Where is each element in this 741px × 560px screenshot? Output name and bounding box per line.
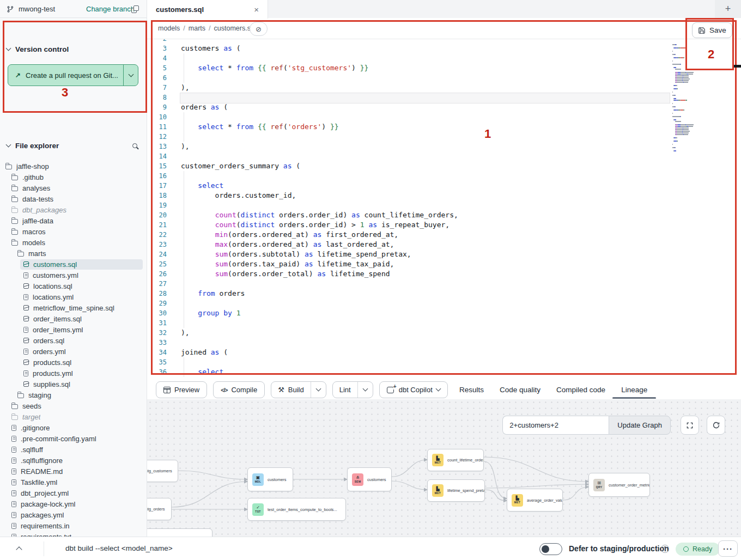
compile-button[interactable]: </> Compile — [213, 381, 265, 398]
file-tree-item-data-tests[interactable]: data-tests — [0, 193, 147, 204]
file-tree-item-.sqlfluffignore[interactable]: .sqlfluffignore — [0, 455, 147, 466]
lineage-node-metric-lifetime-spend-pretax[interactable]: ▙METlifetime_spend_pretax — [427, 479, 485, 502]
copy-icon[interactable] — [131, 5, 138, 13]
file-tree-item-orders.sql[interactable]: orders.sql — [0, 335, 147, 346]
file-tree-item-.gitignore[interactable]: .gitignore — [0, 422, 147, 433]
file-tree-item-order_items.sql[interactable]: order_items.sql — [0, 313, 147, 324]
model-icon — [23, 316, 29, 321]
tab-results[interactable]: Results — [459, 386, 484, 394]
file-tree-item-.pre-commit-config.yaml[interactable]: .pre-commit-config.yaml — [0, 433, 147, 444]
node-label: test_order_items_compute_to_bools... — [268, 507, 337, 512]
lineage-node-partial-bottom[interactable] — [147, 528, 212, 537]
file-tree-item-target[interactable]: target — [0, 411, 147, 422]
divider — [44, 541, 44, 556]
file-tree-item-jaffle-shop[interactable]: jaffle-shop — [0, 161, 147, 172]
file-label: models — [22, 239, 45, 247]
ready-status-badge[interactable]: Ready — [676, 543, 720, 556]
file-tree-item-customers.yml[interactable]: customers.yml — [0, 270, 147, 281]
pr-button-dropdown[interactable] — [123, 65, 138, 86]
create-pull-request-main[interactable]: ↗ Create a pull request on Git... — [8, 65, 123, 86]
lint-dropdown[interactable] — [358, 382, 373, 398]
lineage-node-metric-count-lifetime-orders[interactable]: ▙METcount_lifetime_orders — [427, 449, 484, 471]
file-tree-item-.sqlfluff[interactable]: .sqlfluff — [0, 444, 147, 455]
file-tree-item-supplies.sql[interactable]: supplies.sql — [0, 379, 147, 389]
lineage-node-semantic-customers[interactable]: ⋔SEMcustomers — [347, 467, 392, 491]
build-label: Build — [288, 386, 304, 394]
file-label: customers.sql — [33, 260, 77, 269]
file-tree-item-customers.sql[interactable]: customers.sql — [0, 259, 147, 270]
doc-icon — [11, 512, 16, 518]
refresh-button[interactable] — [707, 416, 725, 435]
met-icon: ▙MET — [512, 494, 523, 507]
expand-command-bar-button[interactable] — [12, 541, 26, 556]
file-tree-item-macros[interactable]: macros — [0, 226, 147, 237]
file-tree-item-models[interactable]: models — [0, 237, 147, 248]
file-tree-item-products.sql[interactable]: products.sql — [0, 357, 147, 368]
file-tree-item-marts[interactable]: marts — [0, 248, 147, 259]
search-icon[interactable] — [132, 143, 137, 148]
defer-toggle[interactable] — [539, 543, 562, 555]
command-input[interactable]: dbt build --select <model_name> — [65, 544, 173, 552]
file-tree-item-packages.yml[interactable]: packages.yml — [0, 509, 147, 520]
new-tab-button[interactable]: + — [715, 0, 741, 18]
tab-code-quality[interactable]: Code quality — [500, 386, 540, 394]
lineage-node-stg-customers[interactable]: ▣MDLstg_customers — [147, 460, 178, 482]
file-label: .sqlfluff — [21, 446, 43, 454]
code-editor[interactable]: 23customers as (45 select * from {{ ref(… — [147, 39, 741, 380]
lineage-node-metric-average-order-value[interactable]: ▙METaverage_order_value — [507, 489, 563, 512]
tab-compiled-code[interactable]: Compiled code — [556, 386, 605, 394]
file-tree-item-locations.sql[interactable]: locations.sql — [0, 281, 147, 291]
file-tree-item-README.md[interactable]: README.md — [0, 466, 147, 477]
node-label: customer_order_metrics — [609, 483, 650, 488]
save-button[interactable]: Save — [692, 22, 732, 38]
lineage-node-stg-orders[interactable]: ▣MDLstg_orders — [147, 498, 172, 520]
file-tree-item-analyses[interactable]: analyses — [0, 182, 147, 193]
file-tree-item-dbt_project.yml[interactable]: dbt_project.yml — [0, 488, 147, 498]
change-branch-link[interactable]: Change branch — [86, 5, 135, 13]
file-tree-item-order_items.yml[interactable]: order_items.yml — [0, 324, 147, 335]
preview-button[interactable]: Preview — [156, 381, 207, 398]
copilot-pill-button[interactable]: ⊘ — [250, 22, 268, 36]
lineage-node-test-order-items[interactable]: ✓TSTtest_order_items_compute_to_bools... — [247, 498, 346, 521]
code-line-32: 32), — [147, 328, 741, 338]
more-options-button[interactable]: ··· — [718, 540, 738, 557]
lint-button[interactable]: Lint — [333, 382, 358, 398]
version-control-header[interactable]: Version control — [7, 45, 69, 53]
file-tree-item-orders.yml[interactable]: orders.yml — [0, 346, 147, 357]
editor-pane: models / marts / customers.sql ⊘ Save 23… — [147, 18, 741, 380]
file-tree-item-staging[interactable]: staging — [0, 389, 147, 400]
lineage-node-query-customer-order-metrics[interactable]: ⊞QRYcustomer_order_metrics — [588, 473, 650, 497]
fullscreen-button[interactable] — [681, 416, 699, 435]
file-tree-item-products.yml[interactable]: products.yml — [0, 368, 147, 379]
update-graph-button[interactable]: Update Graph — [609, 416, 671, 435]
file-tree-item-dbt_packages[interactable]: dbt_packages — [0, 204, 147, 215]
breadcrumb-models[interactable]: models — [158, 25, 180, 32]
doc-icon — [11, 501, 16, 507]
help-icon[interactable]: ? — [661, 545, 669, 553]
file-tree-item-Taskfile.yml[interactable]: Taskfile.yml — [0, 477, 147, 488]
tab-lineage[interactable]: Lineage — [621, 386, 647, 394]
file-tree-item-.github[interactable]: .github — [0, 172, 147, 182]
build-dropdown[interactable] — [311, 382, 326, 398]
close-icon[interactable]: × — [254, 5, 259, 14]
line-number: 5 — [147, 63, 167, 73]
build-button[interactable]: ⚒ Build — [271, 382, 311, 398]
create-pull-request-button[interactable]: ↗ Create a pull request on Git... — [8, 64, 138, 86]
tab-customers-sql[interactable]: customers.sql × — [147, 0, 268, 19]
breadcrumb-marts[interactable]: marts — [189, 25, 205, 32]
node-label: customers — [268, 477, 287, 482]
file-tree-item-package-lock.yml[interactable]: package-lock.yml — [0, 498, 147, 509]
lineage-filter-input[interactable] — [502, 416, 609, 435]
file-tree-item-jaffle-data[interactable]: jaffle-data — [0, 215, 147, 226]
line-number: 18 — [147, 191, 167, 200]
file-label: locations.sql — [33, 282, 72, 290]
branch-area: mwong-test Change branch — [0, 0, 147, 18]
file-tree-item-seeds[interactable]: seeds — [0, 400, 147, 411]
file-tree-item-metricflow_time_spine.sql[interactable]: metricflow_time_spine.sql — [0, 302, 147, 313]
file-tree-item-locations.yml[interactable]: locations.yml — [0, 291, 147, 302]
code-line-23: 23 max(orders.ordered_at) as last_ordere… — [147, 240, 741, 249]
file-explorer-header[interactable]: File explorer — [7, 142, 141, 150]
dbt-copilot-button[interactable]: dbt Copilot — [379, 381, 448, 398]
lineage-node-model-customers[interactable]: ▣MDLcustomers — [247, 467, 293, 491]
file-tree-item-requirements.in[interactable]: requirements.in — [0, 520, 147, 531]
